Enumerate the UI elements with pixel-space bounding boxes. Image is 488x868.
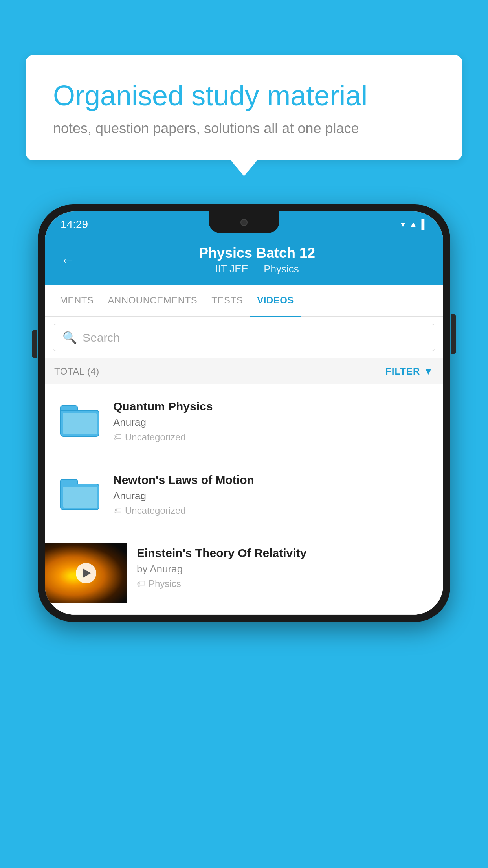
notch-camera [240,219,248,226]
status-time: 14:29 [61,218,88,231]
notch [209,211,279,233]
tag-label: Uncategorized [125,432,186,443]
tag-icon: 🏷 [113,506,122,516]
phone-inner: 14:29 ▾ ▲ ▌ ← Physics Batch 12 IIT JEE [45,211,443,615]
tag-label: Physics [149,578,181,589]
phone-outer: 14:29 ▾ ▲ ▌ ← Physics Batch 12 IIT JEE [38,204,450,622]
wifi-icon: ▾ [401,219,405,230]
tag-label: Uncategorized [125,505,186,516]
video-tag: 🏷 Uncategorized [113,505,434,516]
speech-bubble-headline: Organised study material [53,79,435,112]
filter-funnel-icon: ▼ [423,365,434,377]
list-item[interactable]: Einstein's Theory Of Relativity by Anura… [45,531,443,615]
signal-icon: ▲ [409,219,418,230]
video-thumbnail-einstein [45,542,127,603]
tab-announcements[interactable]: ANNOUNCEMENTS [101,285,205,317]
search-icon: 🔍 [62,331,77,344]
app-header: ← Physics Batch 12 IIT JEE Physics [45,237,443,285]
speech-bubble-container: Organised study material notes, question… [26,55,462,160]
list-item[interactable]: Quantum Physics Anurag 🏷 Uncategorized [45,384,443,458]
header-subtitle: IIT JEE Physics [86,263,427,275]
tabs-bar: MENTS ANNOUNCEMENTS TESTS VIDEOS [45,285,443,317]
status-icons: ▾ ▲ ▌ [401,219,427,230]
speech-bubble: Organised study material notes, question… [26,55,462,160]
play-triangle-icon [83,568,91,578]
phone-mockup: 14:29 ▾ ▲ ▌ ← Physics Batch 12 IIT JEE [38,204,450,622]
tag-icon: 🏷 [113,432,122,442]
folder-icon [60,479,99,510]
filter-button[interactable]: FILTER ▼ [385,365,434,377]
tag-icon: 🏷 [137,579,145,589]
video-title: Quantum Physics [113,400,434,413]
header-title: Physics Batch 12 [86,245,427,261]
back-button[interactable]: ← [61,252,75,268]
video-title: Einstein's Theory Of Relativity [137,546,434,560]
video-info-newton: Newton's Laws of Motion Anurag 🏷 Uncateg… [113,473,434,516]
video-info-quantum: Quantum Physics Anurag 🏷 Uncategorized [113,400,434,443]
search-placeholder: Search [83,331,120,344]
filter-row: TOTAL (4) FILTER ▼ [45,358,443,384]
speech-bubble-subtext: notes, question papers, solutions all at… [53,120,435,137]
filter-label: FILTER [385,366,420,377]
video-author: by Anurag [137,563,434,575]
folder-icon [60,405,99,437]
status-bar: 14:29 ▾ ▲ ▌ [45,211,443,237]
tab-tests[interactable]: TESTS [204,285,250,317]
video-tag: 🏷 Uncategorized [113,432,434,443]
video-thumb-quantum [54,395,105,447]
search-container: 🔍 Search [45,317,443,358]
search-bar[interactable]: 🔍 Search [53,324,435,351]
video-title: Newton's Laws of Motion [113,473,434,487]
video-info-einstein: Einstein's Theory Of Relativity by Anura… [127,542,443,593]
video-list: Quantum Physics Anurag 🏷 Uncategorized [45,384,443,615]
total-count-label: TOTAL (4) [54,366,99,377]
battery-icon: ▌ [421,219,427,230]
subtitle-iitjee: IIT JEE [215,263,248,275]
video-author: Anurag [113,416,434,428]
list-item[interactable]: Newton's Laws of Motion Anurag 🏷 Uncateg… [45,458,443,531]
video-author: Anurag [113,490,434,502]
play-button[interactable] [76,563,96,583]
video-thumb-newton [54,469,105,520]
tab-videos[interactable]: VIDEOS [250,285,301,317]
header-title-group: Physics Batch 12 IIT JEE Physics [86,245,427,275]
video-tag: 🏷 Physics [137,578,434,589]
subtitle-physics: Physics [264,263,299,275]
tab-ments[interactable]: MENTS [53,285,101,317]
